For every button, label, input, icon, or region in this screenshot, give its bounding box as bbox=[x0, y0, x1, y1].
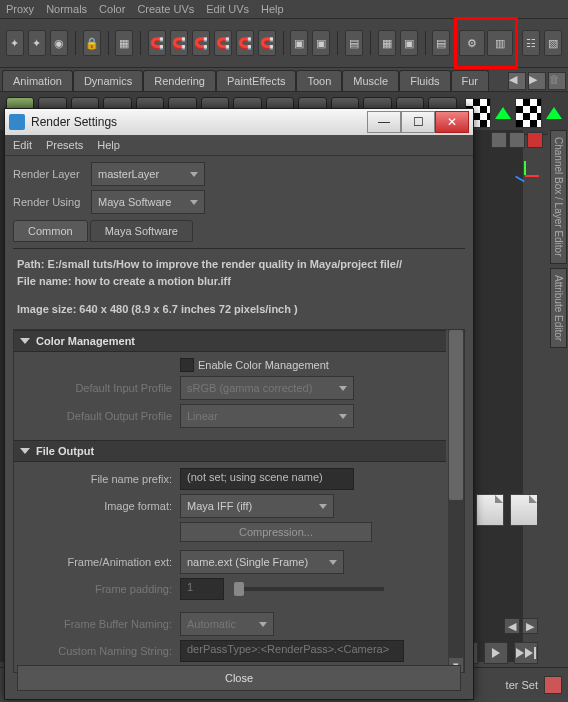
dialog-titlebar[interactable]: Render Settings — ☐ ✕ bbox=[5, 109, 473, 135]
layer-doc-3[interactable] bbox=[510, 494, 538, 526]
dlg-menu-edit[interactable]: Edit bbox=[13, 139, 32, 151]
attribute-editor-tab[interactable]: Attribute Editor bbox=[550, 268, 567, 348]
tool-btn-9[interactable]: ☷ bbox=[522, 30, 540, 56]
chevron-down-icon bbox=[190, 172, 198, 177]
minimize-button[interactable]: — bbox=[367, 111, 401, 133]
file-prefix-input[interactable]: (not set; using scene name) bbox=[180, 468, 354, 490]
tool-render-settings[interactable]: ⚙ bbox=[459, 30, 485, 56]
tool-render-view[interactable]: ▦ bbox=[378, 30, 396, 56]
play-end[interactable] bbox=[514, 642, 538, 664]
input-profile-dropdown: sRGB (gamma corrected) bbox=[180, 376, 354, 400]
tab-fluids[interactable]: Fluids bbox=[399, 70, 450, 91]
dialog-app-icon bbox=[9, 114, 25, 130]
tab-dynamics[interactable]: Dynamics bbox=[73, 70, 143, 91]
tool-magnet-6[interactable]: 🧲 bbox=[258, 30, 276, 56]
scrollbar-thumb[interactable] bbox=[449, 330, 463, 500]
tool-magnet-1[interactable]: 🧲 bbox=[148, 30, 166, 56]
section-color-management[interactable]: Color Management bbox=[14, 330, 446, 352]
frame-padding-slider bbox=[234, 587, 384, 591]
shelf-arrow-2 bbox=[546, 107, 562, 119]
tool-btn-2[interactable]: ✦ bbox=[28, 30, 46, 56]
dlg-menu-presets[interactable]: Presets bbox=[46, 139, 83, 151]
menu-normals[interactable]: Normals bbox=[46, 3, 87, 15]
tab-fur[interactable]: Fur bbox=[451, 70, 490, 91]
disclosure-icon bbox=[20, 338, 30, 344]
tool-magnet-2[interactable]: 🧲 bbox=[170, 30, 188, 56]
tool-btn-1[interactable]: ✦ bbox=[6, 30, 24, 56]
file-prefix-label: File name prefix: bbox=[20, 473, 176, 485]
tab-common[interactable]: Common bbox=[13, 220, 88, 242]
close-button[interactable]: Close bbox=[17, 665, 461, 691]
view-axis bbox=[510, 160, 540, 190]
play-forward[interactable] bbox=[484, 642, 508, 664]
enable-color-management-label: Enable Color Management bbox=[198, 359, 329, 371]
frame-buffer-dropdown: Automatic bbox=[180, 612, 274, 636]
dialog-tabs: Common Maya Software bbox=[13, 220, 465, 242]
shelf-arrow-1 bbox=[495, 107, 511, 119]
menu-createuvs[interactable]: Create UVs bbox=[137, 3, 194, 15]
bottom-icon[interactable] bbox=[544, 676, 562, 694]
render-using-dropdown[interactable]: Maya Software bbox=[91, 190, 205, 214]
vp-close-icon[interactable] bbox=[527, 132, 543, 148]
tab-nav-left[interactable]: ◀ bbox=[508, 72, 526, 90]
tab-trash-icon[interactable]: 🗑 bbox=[548, 72, 566, 90]
render-settings-dialog: Render Settings — ☐ ✕ Edit Presets Help … bbox=[4, 108, 474, 700]
compression-button[interactable]: Compression... bbox=[180, 522, 372, 542]
vp-icon-1[interactable] bbox=[491, 132, 507, 148]
menu-proxy[interactable]: Proxy bbox=[6, 3, 34, 15]
shelf-tabs: Animation Dynamics Rendering PaintEffect… bbox=[0, 68, 568, 92]
tab-animation[interactable]: Animation bbox=[2, 70, 73, 91]
tool-btn-7[interactable]: ▤ bbox=[345, 30, 363, 56]
tool-btn-5[interactable]: ▣ bbox=[290, 30, 308, 56]
custom-naming-input: derPassType>:<RenderPass>.<Camera> bbox=[180, 640, 404, 662]
vp-icon-2[interactable] bbox=[509, 132, 525, 148]
tool-btn-3[interactable]: ◉ bbox=[50, 30, 68, 56]
render-layer-label: Render Layer bbox=[13, 168, 87, 180]
nav-right[interactable]: ▶ bbox=[522, 618, 538, 634]
maximize-button[interactable]: ☐ bbox=[401, 111, 435, 133]
tab-toon[interactable]: Toon bbox=[296, 70, 342, 91]
dlg-menu-help[interactable]: Help bbox=[97, 139, 120, 151]
dialog-title-text: Render Settings bbox=[31, 115, 117, 129]
frame-padding-label: Frame padding: bbox=[20, 583, 176, 595]
tool-magnet-4[interactable]: 🧲 bbox=[214, 30, 232, 56]
tool-btn-8[interactable]: ▤ bbox=[432, 30, 450, 56]
settings-scroll: Color Management Enable Color Management… bbox=[13, 329, 465, 673]
nav-left[interactable]: ◀ bbox=[504, 618, 520, 634]
render-info: Path: E:/small tuts/How to improve the r… bbox=[13, 255, 465, 329]
layer-doc-2[interactable] bbox=[476, 494, 504, 526]
imagesize-text: Image size: 640 x 480 (8.9 x 6.7 inches … bbox=[17, 302, 461, 317]
tool-btn-4[interactable]: ▦ bbox=[115, 30, 133, 56]
custom-naming-label: Custom Naming String: bbox=[20, 645, 176, 657]
chevron-down-icon bbox=[190, 200, 198, 205]
menu-edituvs[interactable]: Edit UVs bbox=[206, 3, 249, 15]
input-profile-label: Default Input Profile bbox=[20, 382, 176, 394]
tool-render[interactable]: ▣ bbox=[400, 30, 418, 56]
tab-muscle[interactable]: Muscle bbox=[342, 70, 399, 91]
frame-ext-dropdown[interactable]: name.ext (Single Frame) bbox=[180, 550, 344, 574]
shelf-flag-2[interactable] bbox=[515, 98, 542, 128]
tab-painteffects[interactable]: PaintEffects bbox=[216, 70, 297, 91]
menu-help[interactable]: Help bbox=[261, 3, 284, 15]
enable-color-management-checkbox[interactable] bbox=[180, 358, 194, 372]
channel-box-tab[interactable]: Channel Box / Layer Editor bbox=[550, 130, 567, 264]
tab-nav-right[interactable]: ▶ bbox=[528, 72, 546, 90]
scrollbar[interactable]: ▾ bbox=[448, 330, 464, 672]
tool-magnet-5[interactable]: 🧲 bbox=[236, 30, 254, 56]
dialog-menu: Edit Presets Help bbox=[5, 135, 473, 156]
tab-maya-software[interactable]: Maya Software bbox=[90, 220, 193, 242]
render-layer-dropdown[interactable]: masterLayer bbox=[91, 162, 205, 186]
output-profile-label: Default Output Profile bbox=[20, 410, 176, 422]
tool-btn-10[interactable]: ▧ bbox=[544, 30, 562, 56]
tab-rendering[interactable]: Rendering bbox=[143, 70, 216, 91]
close-window-button[interactable]: ✕ bbox=[435, 111, 469, 133]
tool-magnet-3[interactable]: 🧲 bbox=[192, 30, 210, 56]
frame-buffer-label: Frame Buffer Naming: bbox=[20, 618, 176, 630]
tool-hypershade[interactable]: ▥ bbox=[487, 30, 513, 56]
right-panel: Channel Box / Layer Editor Attribute Edi… bbox=[548, 130, 568, 702]
section-file-output[interactable]: File Output bbox=[14, 440, 446, 462]
tool-lock[interactable]: 🔒 bbox=[83, 30, 101, 56]
image-format-dropdown[interactable]: Maya IFF (iff) bbox=[180, 494, 334, 518]
tool-btn-6[interactable]: ▣ bbox=[312, 30, 330, 56]
menu-color[interactable]: Color bbox=[99, 3, 125, 15]
